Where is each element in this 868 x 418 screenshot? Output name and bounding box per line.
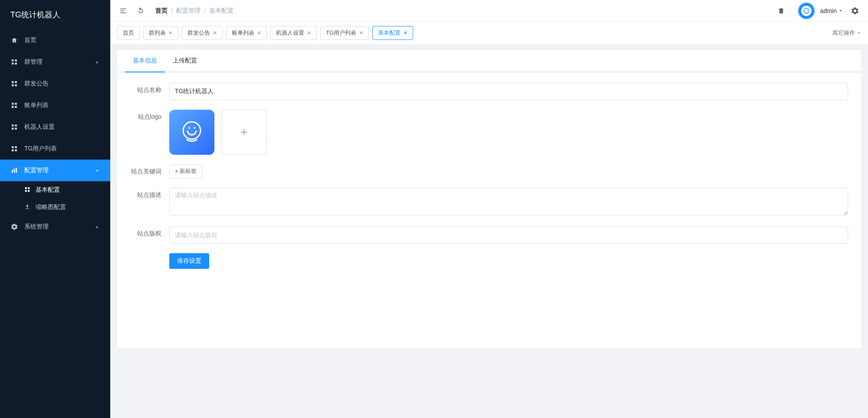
breadcrumb-sep: / — [204, 7, 206, 14]
upload-logo-button[interactable] — [221, 110, 266, 155]
svg-rect-3 — [15, 62, 17, 65]
sidebar-item-label: 群管理 — [24, 58, 43, 66]
svg-rect-8 — [12, 103, 14, 105]
label-site-name: 站点名称 — [130, 83, 169, 94]
brand-title: TG统计机器人 — [0, 0, 110, 29]
svg-point-32 — [188, 127, 190, 129]
tab-pill-3[interactable]: 账单列表✕ — [226, 26, 267, 40]
grid-icon — [10, 123, 18, 131]
svg-rect-24 — [28, 187, 30, 189]
tab-pill-5[interactable]: TG用户列表✕ — [320, 26, 369, 40]
close-icon[interactable]: ✕ — [213, 30, 217, 36]
breadcrumb-home[interactable]: 首页 — [155, 7, 168, 15]
svg-rect-9 — [15, 103, 17, 105]
tab-upload-config[interactable]: 上传配置 — [165, 50, 205, 72]
collapse-sidebar-button[interactable] — [117, 5, 129, 17]
sidebar-item-bot-settings[interactable]: 机器人设置 — [0, 116, 110, 138]
close-icon[interactable]: ✕ — [257, 30, 261, 36]
svg-rect-14 — [12, 127, 14, 130]
tab-pill-6[interactable]: 基本配置✕ — [372, 26, 413, 40]
breadcrumb: 首页 / 配置管理 / 基本配置 — [155, 7, 233, 15]
close-icon[interactable]: ✕ — [403, 30, 408, 36]
close-icon[interactable]: ✕ — [307, 30, 311, 36]
trash-button[interactable] — [775, 5, 787, 17]
svg-rect-17 — [15, 146, 17, 148]
svg-rect-22 — [16, 168, 17, 173]
svg-rect-25 — [25, 190, 27, 192]
header: 首页 / 配置管理 / 基本配置 admin — [110, 0, 868, 22]
sidebar-item-label: 账单列表 — [24, 101, 49, 109]
sidebar-item-group-mgmt[interactable]: 群管理 — [0, 51, 110, 73]
svg-rect-21 — [14, 169, 15, 173]
chevron-right-icon — [95, 59, 100, 65]
tab-label: 首页 — [123, 29, 134, 37]
chevron-right-icon — [95, 224, 100, 229]
tab-label: 群发公告 — [187, 29, 210, 37]
grid-icon — [10, 58, 18, 66]
tab-pill-0[interactable]: 首页 — [117, 26, 140, 40]
sidebar-item-announcement[interactable]: 群发公告 — [0, 73, 110, 95]
svg-rect-26 — [28, 190, 30, 192]
bars-icon — [10, 167, 18, 174]
tabs-bar: 首页群列表✕群发公告✕账单列表✕机器人设置✕TG用户列表✕基本配置✕ 其它操作 — [110, 22, 868, 45]
svg-rect-1 — [15, 59, 17, 62]
tab-pill-2[interactable]: 群发公告✕ — [182, 26, 223, 40]
svg-rect-2 — [12, 62, 14, 65]
sidebar-item-system-mgmt[interactable]: 系统管理 — [0, 216, 110, 238]
svg-rect-19 — [15, 149, 17, 151]
tab-basic-info[interactable]: 基本信息 — [125, 50, 165, 72]
username: admin — [820, 7, 837, 14]
settings-button[interactable] — [849, 5, 861, 17]
label-site-logo: 站点logo — [130, 110, 169, 121]
chevron-down-icon — [838, 9, 843, 13]
grid-icon — [10, 101, 18, 109]
svg-rect-0 — [12, 59, 14, 62]
site-name-input[interactable] — [169, 83, 848, 100]
label-description: 站点描述 — [130, 188, 169, 199]
logo-preview[interactable] — [169, 110, 214, 155]
tab-label: TG用户列表 — [326, 29, 356, 37]
chevron-down-icon — [95, 168, 100, 173]
add-tag-button[interactable]: + 新标签 — [169, 164, 202, 178]
sidebar-subitem-label: 基本配置 — [36, 186, 60, 194]
svg-point-30 — [807, 10, 808, 10]
save-button[interactable]: 保存设置 — [169, 253, 209, 269]
copyright-input[interactable] — [169, 226, 848, 244]
svg-point-33 — [194, 127, 195, 129]
tab-label: 账单列表 — [232, 29, 254, 37]
grid-icon — [24, 186, 31, 193]
svg-rect-7 — [15, 84, 17, 86]
sidebar-subitem-basic-config[interactable]: 基本配置 — [0, 181, 110, 199]
sidebar-item-label: 机器人设置 — [24, 123, 55, 131]
tabs-more-menu[interactable]: 其它操作 — [832, 29, 861, 37]
svg-rect-23 — [25, 187, 27, 189]
svg-rect-20 — [12, 170, 13, 173]
sidebar-item-bill-list[interactable]: 账单列表 — [0, 95, 110, 116]
svg-rect-4 — [12, 81, 14, 83]
svg-rect-12 — [12, 124, 14, 127]
svg-point-28 — [804, 8, 809, 13]
sidebar-subitem-thumb-config[interactable]: 缩略图配置 — [0, 199, 110, 216]
description-input[interactable] — [169, 188, 848, 216]
tab-label: 基本配置 — [378, 29, 401, 37]
sidebar-item-home[interactable]: 首页 — [0, 29, 110, 51]
close-icon[interactable]: ✕ — [359, 30, 363, 36]
breadcrumb-section: 配置管理 — [176, 7, 201, 15]
close-icon[interactable]: ✕ — [168, 30, 173, 36]
upload-icon — [24, 204, 31, 211]
sidebar-item-label: 首页 — [24, 36, 36, 44]
svg-point-31 — [183, 122, 201, 139]
user-menu[interactable]: admin — [820, 7, 843, 14]
gear-icon — [10, 223, 18, 231]
tab-pill-4[interactable]: 机器人设置✕ — [270, 26, 317, 40]
tab-label: 机器人设置 — [276, 29, 304, 37]
sidebar-item-label: TG用户列表 — [24, 145, 57, 153]
refresh-button[interactable] — [135, 5, 147, 17]
breadcrumb-page: 基本配置 — [209, 7, 233, 15]
svg-rect-15 — [15, 127, 17, 130]
sidebar-item-tg-users[interactable]: TG用户列表 — [0, 138, 110, 160]
sidebar-item-config-mgmt[interactable]: 配置管理 — [0, 160, 110, 181]
svg-rect-18 — [12, 149, 14, 151]
tab-pill-1[interactable]: 群列表✕ — [143, 26, 178, 40]
tab-label: 群列表 — [149, 29, 166, 37]
